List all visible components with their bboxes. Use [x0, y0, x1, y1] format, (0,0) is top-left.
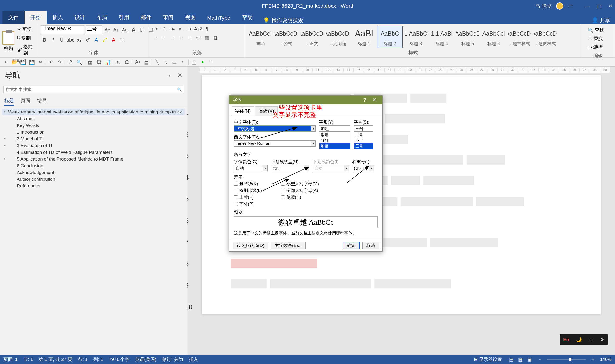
qat-mail-icon[interactable]: ✉	[37, 59, 44, 65]
ime-moon-icon[interactable]: 🌙	[576, 337, 582, 342]
emphasis-combo[interactable]: (无)▾	[352, 165, 374, 171]
align-right-icon[interactable]: ≡	[169, 35, 176, 41]
show-marks-icon[interactable]: ¶	[203, 26, 210, 32]
tab-file[interactable]: 文件	[2, 11, 25, 24]
bullets-icon[interactable]: ≡•	[151, 26, 159, 32]
qat-group-icon[interactable]: ⬚	[191, 59, 197, 65]
font-color-combo[interactable]: 自动▾	[234, 165, 268, 171]
status-column[interactable]: 列: 1	[94, 356, 103, 363]
numbering-icon[interactable]: ≡1	[160, 26, 167, 32]
underline-style-combo[interactable]: (无)▾	[271, 165, 309, 171]
zoom-slider[interactable]	[547, 359, 586, 360]
text-effects-button[interactable]: 文字效果(E)...	[271, 242, 306, 249]
status-track-changes[interactable]: 修订: 关闭	[162, 356, 183, 363]
nav-tree-item[interactable]: ▸2 Model of TI	[2, 136, 185, 142]
cut-button[interactable]: ✂剪切	[16, 26, 36, 33]
qat-table-icon[interactable]: ▦	[87, 59, 94, 65]
dialog-tab-font[interactable]: 字体(N)	[232, 106, 254, 116]
strikethrough-icon[interactable]: abc	[67, 37, 74, 43]
change-case-icon[interactable]: Aa	[121, 26, 128, 33]
line-spacing-icon[interactable]: ↕≡	[195, 35, 202, 41]
horizontal-ruler[interactable]: 0123456789101112131415161718192021222324…	[199, 67, 610, 73]
tab-view[interactable]: 视图	[179, 11, 201, 24]
qat-redo-icon[interactable]: ↷	[56, 59, 63, 65]
superscript-icon[interactable]: x²	[84, 37, 91, 43]
tab-mathtype[interactable]: MathType	[201, 12, 236, 24]
nav-tree-item[interactable]: 6 Conclusion	[2, 162, 185, 169]
zoom-in-icon[interactable]: +	[591, 357, 594, 362]
tab-insert[interactable]: 插入	[47, 11, 69, 24]
qat-ellipse-icon[interactable]: ○	[180, 59, 186, 65]
phonetic-icon[interactable]: 拼	[138, 26, 146, 33]
nav-tree-item[interactable]: Abstract	[2, 116, 185, 122]
sort-icon[interactable]: A↓Z	[195, 26, 202, 32]
tab-design[interactable]: 设计	[69, 11, 91, 24]
search-icon[interactable]: 🔍	[177, 87, 182, 92]
paste-button[interactable]: 粘贴	[2, 31, 14, 52]
nav-tree-item[interactable]: ▸3 Evaluation of TI	[2, 142, 185, 149]
status-line[interactable]: 行: 1	[78, 356, 88, 363]
tab-references[interactable]: 引用	[113, 11, 135, 24]
western-font-combo[interactable]: Times New Roman▾	[234, 140, 316, 147]
effect-checkbox[interactable]: 上标(P)	[234, 194, 262, 200]
qat-save-icon[interactable]: 💾	[20, 59, 27, 65]
highlight-icon[interactable]: 🖍	[101, 37, 109, 43]
effect-checkbox[interactable]: 下标(B)	[234, 201, 262, 207]
nav-tree-item[interactable]: References	[2, 182, 185, 189]
font-size-input[interactable]: 三号	[354, 126, 373, 132]
share-button[interactable]: 👤 共享	[592, 17, 610, 24]
underline-icon[interactable]: U	[58, 37, 65, 43]
justify-icon[interactable]: ≡	[177, 35, 185, 41]
view-web-icon[interactable]: ▣	[526, 356, 533, 363]
style-item[interactable]: AaBbCcImain	[247, 26, 273, 48]
minimize-button[interactable]: —	[585, 3, 589, 9]
qat-circle-icon[interactable]: ●	[199, 59, 206, 65]
font-size-listbox[interactable]: 二号小二三号	[354, 132, 373, 149]
style-item[interactable]: AaBbCcDc↓ 正文	[299, 26, 325, 48]
text-effects-icon[interactable]: A	[93, 37, 100, 43]
ok-button[interactable]: 确定	[342, 242, 360, 249]
multilevel-icon[interactable]: ≡▸	[169, 26, 176, 32]
effect-checkbox[interactable]: 双删除线(L)	[234, 188, 262, 193]
qat-more-icon[interactable]: ≡	[208, 59, 215, 65]
decrease-indent-icon[interactable]: ⇤	[177, 26, 185, 32]
zoom-level[interactable]: 140%	[600, 357, 612, 362]
font-style-listbox[interactable]: 常规倾斜加粗	[319, 132, 350, 149]
style-item[interactable]: AaBbC标题 2	[377, 26, 403, 48]
tab-review[interactable]: 审阅	[157, 11, 179, 24]
qat-saveas-icon[interactable]: 💾	[28, 59, 35, 65]
zoom-out-icon[interactable]: −	[539, 357, 542, 362]
increase-indent-icon[interactable]: ⇥	[186, 26, 193, 32]
nav-tree-item[interactable]: ▸5 Application of the Proposed Method to…	[2, 156, 185, 162]
status-insert-mode[interactable]: 插入	[189, 356, 198, 363]
style-item[interactable]: 1.1 AaBl标题 4	[429, 26, 454, 48]
styles-gallery[interactable]: AaBbCcImainAaBbCcDc↓ 公式AaBbCcDc↓ 正文AaBbC…	[247, 26, 558, 48]
align-center-icon[interactable]: ≡	[160, 35, 167, 41]
format-painter-button[interactable]: 🖌格式刷	[16, 43, 36, 57]
font-color-icon[interactable]: A	[110, 37, 117, 43]
nav-tree-item[interactable]: 1 Introduction	[2, 129, 185, 136]
style-item[interactable]: AaBbCcD标题 5	[455, 26, 480, 48]
clear-format-icon[interactable]: A̷	[130, 26, 137, 33]
nav-search-input[interactable]	[3, 86, 184, 93]
tab-home[interactable]: 开始	[25, 11, 47, 24]
user-avatar[interactable]	[556, 2, 563, 10]
copy-button[interactable]: ⎘复制	[16, 34, 36, 42]
bold-icon[interactable]: B	[41, 37, 48, 43]
status-page-of[interactable]: 第 1 页, 共 27 页	[39, 356, 72, 363]
qat-print-icon[interactable]: 🖨	[67, 59, 74, 65]
qat-undo-icon[interactable]: ↶	[48, 59, 55, 65]
font-size-select[interactable]: 三号	[85, 26, 102, 34]
nav-tab-pages[interactable]: 页面	[20, 96, 31, 105]
chinese-font-combo[interactable]: +中文标题▾	[234, 126, 316, 132]
align-left-icon[interactable]: ≡	[151, 35, 159, 41]
dialog-close-icon[interactable]: ✕	[369, 97, 379, 103]
style-item[interactable]: AaBbCcI标题 6	[481, 26, 506, 48]
font-name-select[interactable]: Times New R	[41, 26, 84, 34]
ime-gear-icon[interactable]: ⚙	[600, 337, 604, 342]
tell-me-search[interactable]: 💡 操作说明搜索	[263, 17, 303, 24]
ime-dots-icon[interactable]: ⋯	[588, 337, 593, 342]
select-button[interactable]: ▭ 选择	[587, 43, 609, 51]
decrease-font-icon[interactable]: A↓	[112, 26, 120, 33]
ribbon-display-icon[interactable]: ▭	[568, 3, 573, 9]
